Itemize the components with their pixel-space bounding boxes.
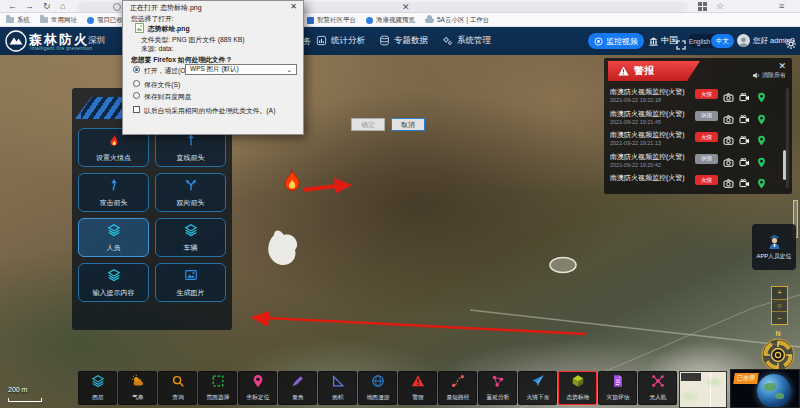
extensions-icon[interactable] [698,2,707,13]
police-officer-icon [767,233,782,250]
nav-item-2[interactable]: 系统管理 [442,35,491,48]
nav-item-1[interactable]: 专题数据 [379,35,428,48]
pin-icon [251,374,265,392]
alarm-scroll-thumb[interactable] [783,150,786,180]
tool-13[interactable]: 灾损评估 [598,371,637,405]
tool-10[interactable]: 蔓延分析 [478,371,517,405]
tool-0[interactable]: 图层 [78,371,117,405]
location-pin-icon[interactable] [756,154,767,172]
plot-tool-3[interactable]: 双向箭头 [155,173,226,212]
tool-14[interactable]: 无人机 [638,371,677,405]
dialog-close-icon[interactable]: ✕ [290,2,297,11]
camera-icon[interactable] [723,132,734,150]
plot-tool-7[interactable]: 生成图片 [155,263,226,302]
tool-1[interactable]: 气象 [118,371,157,405]
plot-tool-5[interactable]: 车辆 [155,218,226,257]
camera-icon[interactable] [723,111,734,129]
camera-icon[interactable] [723,89,734,107]
lang-chinese[interactable]: 中文 [711,34,734,48]
bookmark-site-icon [87,17,94,24]
gears-icon [442,35,453,48]
tool-8[interactable]: 警报 [398,371,437,405]
bookmark-item[interactable]: 5A云小区 | 工作台 [425,16,489,25]
tool-2[interactable]: 查询 [158,371,197,405]
cloud-icon [425,18,434,23]
bookmark-star-icon[interactable]: ☆ [716,1,724,11]
reload-button[interactable]: ↻ [43,0,51,13]
settings-gear-icon[interactable] [786,35,796,53]
basemap-satellite-thumbnail[interactable]: 已使用 [730,369,800,408]
language-toggle[interactable]: English 中文 [688,34,734,48]
location-pin-icon[interactable] [756,111,767,129]
country-selector[interactable]: 中国 [649,35,678,47]
radio-save-baidu[interactable] [133,92,140,99]
forward-button[interactable]: → [25,0,34,13]
alarm-status-button[interactable]: 误报 [695,111,718,121]
camcorder-icon[interactable] [739,111,750,129]
search-icon [171,374,185,392]
tool-7[interactable]: 地图漫游 [358,371,397,405]
nav-item-0[interactable]: 统计分析 [316,35,365,48]
camcorder-icon[interactable] [739,132,750,150]
map-scale-label: 200 m [8,386,27,393]
alarm-scrollbar[interactable] [786,88,789,188]
menu-icon[interactable]: ≡ [779,1,784,11]
zoom-in-button[interactable]: + [772,287,787,300]
open-with-select[interactable]: WPS 图片 (默认)⌄ [185,64,297,75]
alarm-close-icon[interactable]: ✕ [778,61,786,71]
plot-tool-2[interactable]: 攻击箭头 [78,173,149,212]
camera-icon[interactable] [723,175,734,192]
route-icon [451,374,465,392]
bookmark-item[interactable]: 系统 [6,16,30,25]
tool-5[interactable]: 量角 [278,371,317,405]
radio-save-file[interactable] [133,80,140,87]
alarm-item: 南澳防火视频监控(火警) 火情 [604,172,784,192]
app-personnel-locator-button[interactable]: APP人员定位 [752,224,796,270]
bookmark-site-icon [307,17,314,24]
location-pin-icon[interactable] [756,89,767,107]
zoom-out-button[interactable]: − [772,312,787,324]
pencil-icon [291,374,305,392]
fullscreen-icon[interactable] [676,36,686,54]
back-button[interactable]: ← [8,0,17,13]
location-pin-icon[interactable] [756,132,767,150]
bookmark-item[interactable]: 海康视频预览 [366,16,415,25]
ok-button[interactable]: 确定 [351,118,385,131]
cancel-button[interactable]: 取消 [391,118,425,131]
checkbox-auto-action[interactable] [133,106,140,113]
fire-point-icon[interactable] [285,169,299,191]
camcorder-icon[interactable] [739,89,750,107]
tool-11[interactable]: 火情下发 [518,371,557,405]
monitor-video-button[interactable]: 监控视频 [588,33,644,49]
tool-3[interactable]: 范围选择 [198,371,237,405]
nav-item-partial[interactable]: 务 [303,36,312,48]
basemap-street-thumbnail[interactable] [679,371,727,408]
alarm-status-button[interactable]: 火情 [695,132,718,142]
tool-4[interactable]: 坐标定位 [238,371,277,405]
plot-tool-6[interactable]: 输入提示内容 [78,263,149,302]
alarm-status-button[interactable]: 误报 [695,154,718,164]
camcorder-icon[interactable] [739,175,750,192]
site-info-icon[interactable] [113,3,121,11]
tool-6[interactable]: 面积 [318,371,357,405]
zoom-reset-button[interactable]: ○ [772,300,787,313]
bookmark-item[interactable]: 常用网址 [40,16,77,25]
location-pin-icon[interactable] [756,175,767,192]
home-button[interactable]: ⌂ [60,0,65,13]
map-zoom-control: + ○ − [771,286,788,325]
radio-open-with[interactable] [133,66,140,73]
bookmark-item[interactable]: 智慧社区平台 [307,16,356,25]
camera-icon[interactable] [723,154,734,172]
tool-12[interactable]: 态势标绘 [558,371,597,405]
camcorder-icon[interactable] [739,154,750,172]
alarm-status-button[interactable]: 火情 [695,175,718,185]
plot-tool-4[interactable]: 人员 [78,218,149,257]
lang-english[interactable]: English [688,38,711,45]
stadium [550,258,576,273]
tool-9[interactable]: 最短路径 [438,371,477,405]
close-icon[interactable]: ✕ [402,1,410,13]
alarm-title: 警报 [634,64,654,78]
avatar[interactable] [737,34,750,47]
alarm-status-button[interactable]: 火情 [695,89,718,99]
alarm-clear-all[interactable]: 消除所有 [753,71,786,80]
